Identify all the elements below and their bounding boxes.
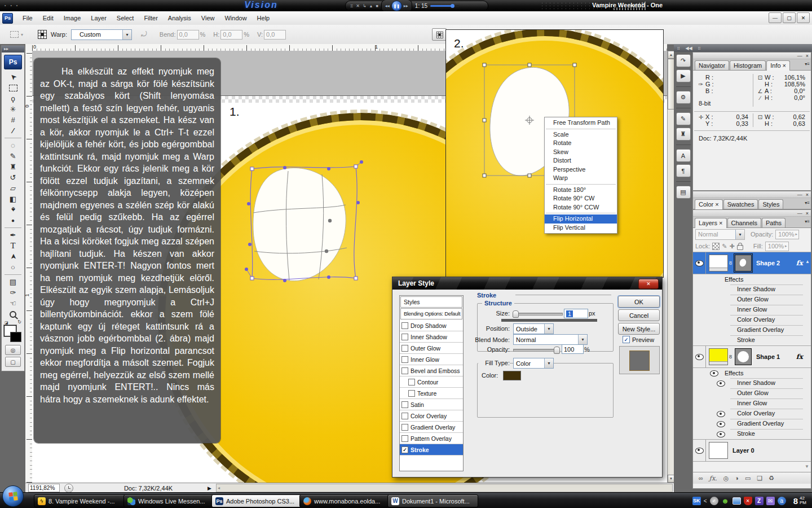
status-menu-icon[interactable]: ▶ xyxy=(208,485,211,491)
default-colors-icon[interactable]: ◪ xyxy=(5,321,8,325)
taskbar-firefox[interactable]: www.monabona.eolda... xyxy=(299,494,390,507)
effect-inner-glow[interactable]: Inner Glow xyxy=(693,305,811,315)
menu-file[interactable]: File xyxy=(17,15,38,21)
swap-colors-icon[interactable]: ↻ xyxy=(17,319,21,325)
history-panel-icon[interactable]: ↷ xyxy=(676,54,691,67)
taskbar-word[interactable]: W Dokument1 - Microsoft... xyxy=(387,494,478,507)
visibility-eye-icon[interactable] xyxy=(695,260,704,266)
visibility-eye-icon[interactable] xyxy=(717,431,725,437)
menu-item-rotate[interactable]: Rotate xyxy=(545,139,617,148)
tab-layers[interactable]: Layers × xyxy=(695,218,727,228)
checkbox[interactable] xyxy=(401,345,408,352)
tool-hand[interactable]: ☜ xyxy=(3,298,23,309)
style-drop-shadow[interactable]: Drop Shadow xyxy=(400,320,463,331)
slider-thumb[interactable] xyxy=(513,310,519,318)
tool-crop[interactable]: # xyxy=(3,115,23,125)
panel-close-icon[interactable]: × xyxy=(806,192,809,198)
effect-gradient-overlay[interactable]: Gradient Overlay xyxy=(693,325,811,335)
menu-item-skew[interactable]: Skew xyxy=(545,148,617,157)
blend-mode-select[interactable]: Normal ▾ xyxy=(695,229,745,240)
tray-zonealarm-icon[interactable]: Z xyxy=(755,497,764,505)
scroll-up-icon[interactable]: ▲ xyxy=(805,259,810,264)
visibility-eye-icon[interactable] xyxy=(695,448,704,454)
chevron-down-icon[interactable]: ▾ xyxy=(122,30,131,40)
chevron-down-icon[interactable]: ▾ xyxy=(544,358,553,368)
menu-select[interactable]: Select xyxy=(112,15,139,21)
tray-security-shield-icon[interactable]: ✕ xyxy=(744,497,752,505)
menu-help[interactable]: Help xyxy=(252,15,275,21)
blending-options[interactable]: Blending Options: Default xyxy=(400,308,462,319)
tray-messenger-icon[interactable]: ☻ xyxy=(721,497,730,505)
checkbox[interactable] xyxy=(401,401,408,408)
add-layer-mask-icon[interactable]: ◎ xyxy=(723,475,729,482)
checkbox[interactable] xyxy=(408,390,415,397)
brushes-panel-icon[interactable]: ✎ xyxy=(676,112,691,125)
checkbox[interactable] xyxy=(401,424,408,431)
tray-avast-icon[interactable]: a xyxy=(778,497,786,505)
adjustment-layer-icon[interactable]: ◑ xyxy=(735,475,739,481)
delete-layer-icon[interactable]: ♻ xyxy=(769,475,774,482)
style-inner-shadow[interactable]: Inner Shadow xyxy=(400,331,463,343)
layer-comps-panel-icon[interactable]: ▤ xyxy=(676,186,691,199)
lock-pixels-icon[interactable]: ✎ xyxy=(722,243,727,250)
add-layer-style-icon[interactable]: ƒx. xyxy=(709,475,717,482)
collapse-dock-icon[interactable]: ◀◀ xyxy=(685,46,692,51)
tool-path-selection[interactable]: ➤ xyxy=(3,251,23,262)
tray-display-icon[interactable] xyxy=(732,497,741,505)
chevron-down-icon[interactable]: ▾ xyxy=(578,335,587,344)
slider-thumb[interactable] xyxy=(554,347,560,354)
layer-row-shape2[interactable]: 8 Shape 2 fx ▲ xyxy=(693,252,811,274)
chevron-down-icon[interactable]: ▾ xyxy=(544,324,553,334)
checkbox[interactable] xyxy=(401,334,408,340)
effect-color-overlay[interactable]: Color Overlay xyxy=(693,315,811,325)
tool-history-brush[interactable]: ↺ xyxy=(3,172,23,183)
tab-swatches[interactable]: Swatches xyxy=(723,199,758,209)
dock-header[interactable]: ⁞⁞ ◀◀ ⁞⁞ xyxy=(674,44,812,52)
checkbox[interactable] xyxy=(401,435,408,442)
mask-thumbnail[interactable] xyxy=(735,255,752,271)
player-prev-button[interactable]: ◂◂ xyxy=(385,3,390,8)
player-pause-button[interactable]: ❚❚ xyxy=(391,1,402,11)
style-outer-glow[interactable]: Outer Glow xyxy=(400,343,463,354)
player-next-button[interactable]: ▸▸ xyxy=(404,3,408,8)
panel-close-icon[interactable]: × xyxy=(806,53,809,59)
tool-magic-wand[interactable]: ✳ xyxy=(3,104,23,115)
visibility-eye-icon[interactable] xyxy=(695,354,704,360)
minimize-button[interactable]: — xyxy=(769,12,782,23)
effect-inner-shadow[interactable]: Inner Shadow xyxy=(693,378,811,388)
layer-thumbnail[interactable] xyxy=(709,348,728,365)
style-pattern-overlay[interactable]: Pattern Overlay xyxy=(400,433,463,444)
layer-thumbnail[interactable] xyxy=(709,255,728,271)
quick-mask-button[interactable]: ◎ xyxy=(5,345,21,355)
tool-eyedropper[interactable]: ✑ xyxy=(3,287,23,298)
checkbox[interactable] xyxy=(401,367,408,374)
mask-thumbnail[interactable] xyxy=(735,348,752,365)
tray-collapse-icon[interactable]: < xyxy=(704,498,707,504)
tab-histogram[interactable]: Histogram xyxy=(730,60,766,70)
player-eject-icon[interactable]: ▲ xyxy=(369,4,373,8)
start-button[interactable] xyxy=(2,485,24,507)
layer-thumbnail[interactable] xyxy=(709,442,728,459)
menu-analysis[interactable]: Analysis xyxy=(163,15,196,21)
tab-paths[interactable]: Paths xyxy=(762,218,785,227)
opacity-input[interactable]: 100%▸ xyxy=(775,230,799,239)
visibility-eye-icon[interactable] xyxy=(717,411,725,417)
menu-edit[interactable]: Edit xyxy=(38,15,59,21)
layer-row-shape1[interactable]: 8 Shape 1 fx xyxy=(693,346,811,368)
warp-orientation-icon[interactable]: ⤾ xyxy=(141,30,147,39)
panel-minimize-icon[interactable]: — xyxy=(797,192,802,198)
player-close-icon[interactable]: ✕ xyxy=(356,3,360,8)
size-slider[interactable] xyxy=(513,313,563,316)
checkbox-checked[interactable]: ✓ xyxy=(401,446,408,453)
menu-view[interactable]: View xyxy=(196,15,220,21)
clone-source-panel-icon[interactable]: ♜ xyxy=(676,128,691,141)
player-loop-icon[interactable]: ↳ xyxy=(363,3,367,8)
menu-item-warp[interactable]: Warp xyxy=(545,174,617,183)
size-input[interactable]: 1 xyxy=(564,309,588,318)
panel-minimize-icon[interactable]: — xyxy=(797,53,802,59)
visibility-eye-icon[interactable] xyxy=(717,380,725,387)
new-layer-icon[interactable]: ❏ xyxy=(757,475,762,482)
language-indicator[interactable]: SK xyxy=(692,497,701,505)
menu-item-rotate-180[interactable]: Rotate 180° xyxy=(545,186,617,195)
style-texture[interactable]: Texture xyxy=(400,388,463,399)
